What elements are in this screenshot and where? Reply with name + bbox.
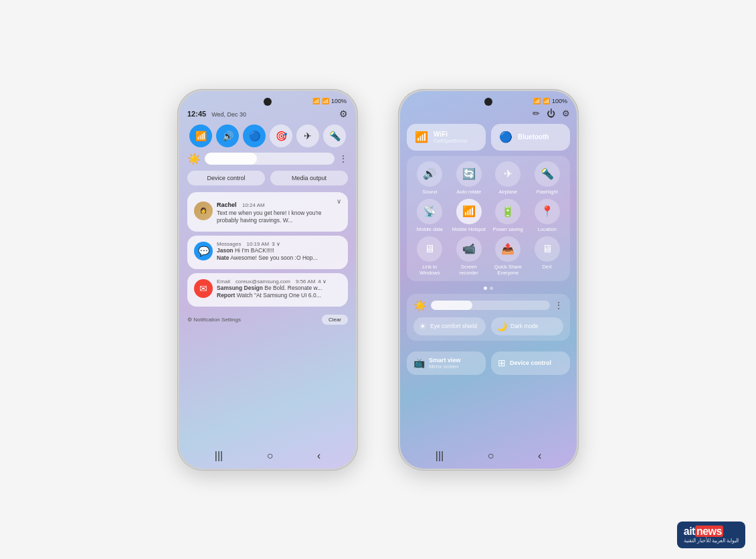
airplane-label: Airplane xyxy=(498,189,517,195)
notification-messages[interactable]: 💬 Messages 10:19 AM 3 ∨ Jason Hi I'm BAC… xyxy=(187,236,348,269)
mobile-data-label: Mobile data xyxy=(417,226,443,232)
power-saving-label: Power saving xyxy=(493,226,523,232)
bluetooth-tile-icon: 🔵 xyxy=(499,131,512,143)
wifi-tile-label: WiFi xyxy=(434,131,468,138)
smart-view-button[interactable]: 📺 Smart view Mirror screen xyxy=(407,351,486,375)
qs-brightness-row: ☀️ ⋮ xyxy=(413,299,563,312)
home-icon[interactable]: ○ xyxy=(267,450,274,462)
screen-recorder-icon: 📹 xyxy=(456,236,482,262)
location-tile[interactable]: 📍 Location xyxy=(530,199,565,232)
p2-back-icon[interactable]: ‹ xyxy=(538,450,541,462)
bluetooth-tile[interactable]: 🔵 Bluetooth xyxy=(491,124,570,151)
mobile-data-tile[interactable]: 📡 Mobile data xyxy=(412,199,448,232)
device-control-button[interactable]: Device control xyxy=(187,171,265,185)
eye-comfort-label: Eye comfort shield xyxy=(430,323,477,329)
notification-panel: 12:45 Wed, Dec 30 ⚙ 📶 🔊 🔵 🎯 ✈ 🔦 ☀️ xyxy=(179,106,356,443)
more-options-icon[interactable]: ⋮ xyxy=(339,153,348,164)
brightness-icon: ☀️ xyxy=(187,153,201,165)
flashlight-tile[interactable]: 🔦 Flashlight xyxy=(530,161,565,195)
location-toggle[interactable]: 🎯 xyxy=(270,125,292,147)
settings-icon[interactable]: ⚙ xyxy=(339,108,348,119)
notification-email[interactable]: ✉ Email coreux@samsung.com 9:56 AM 4 ∨ S… xyxy=(187,273,348,307)
airplane-toggle[interactable]: ✈ xyxy=(296,125,319,147)
clear-button[interactable]: Clear xyxy=(322,315,348,325)
notification-settings-link[interactable]: ⚙ Notification Settings xyxy=(187,317,241,323)
qs-settings-icon[interactable]: ⚙ xyxy=(562,108,570,118)
phone-1-notch xyxy=(264,98,272,106)
smart-view-sublabel: Mirror screen xyxy=(429,364,461,370)
qs-device-control-text: Device control xyxy=(510,360,551,366)
qs-brightness-section: ☀️ ⋮ ☀ Eye comfort shield 🌙 xyxy=(407,294,570,341)
qs-brightness-icon: ☀️ xyxy=(413,299,427,312)
expand-icon[interactable]: ∨ xyxy=(337,197,341,205)
dex-icon: 🖥 xyxy=(535,236,560,262)
smart-view-text: Smart view Mirror screen xyxy=(429,357,461,370)
power-saving-tile[interactable]: 🔋 Power saving xyxy=(490,199,526,232)
back-icon[interactable]: ‹ xyxy=(317,450,320,462)
p2-signal-icon: 📶 xyxy=(543,98,550,104)
link-windows-icon: 🖥 xyxy=(417,236,442,262)
aitnews-arabic-text: البوابة العربية للأخبار التقنية xyxy=(684,538,739,544)
qs-more-options[interactable]: ⋮ xyxy=(554,300,563,311)
power-icon[interactable]: ⏻ xyxy=(547,108,555,118)
qs-top-tiles-row: 📶 WiFi CellSpot5GHz 🔵 Bluetooth xyxy=(407,124,570,151)
quick-share-icon: 📤 xyxy=(495,236,521,262)
sound-toggle[interactable]: 🔊 xyxy=(216,125,239,147)
sound-tile[interactable]: 🔊 Sound xyxy=(412,161,448,195)
screen-recorder-tile[interactable]: 📹 Screen recorder xyxy=(452,236,487,276)
mobile-data-icon: 📡 xyxy=(417,199,442,224)
qs-device-control-button[interactable]: ⊞ Device control xyxy=(491,351,570,375)
brightness-fill xyxy=(205,153,257,165)
phone-1: 📶 📶 100% 12:45 Wed, Dec 30 ⚙ 📶 🔊 xyxy=(177,89,358,471)
email-app-address: coreux@samsung.com xyxy=(235,278,290,285)
qs-header: ✏ ⏻ ⚙ xyxy=(407,106,570,124)
notif-rachel-content: Rachel 10:24 AM Text me when you get her… xyxy=(217,197,333,224)
media-output-button[interactable]: Media output xyxy=(270,171,348,185)
hotspot-tile[interactable]: 📶 Mobile Hotspot xyxy=(452,199,487,232)
flashlight-icon: 🔦 xyxy=(535,161,560,187)
messages-badge: 3 ∨ xyxy=(272,241,280,247)
wifi-icon: 📶 xyxy=(312,98,320,104)
notif-header: 12:45 Wed, Dec 30 ⚙ xyxy=(187,106,348,125)
control-buttons-row: Device control Media output xyxy=(187,171,348,185)
bluetooth-toggle[interactable]: 🔵 xyxy=(243,125,266,147)
p2-home-icon[interactable]: ○ xyxy=(488,450,494,462)
p2-recent-apps-icon[interactable]: ||| xyxy=(436,450,444,462)
battery-text: 100% xyxy=(331,98,347,104)
wifi-toggle[interactable]: 📶 xyxy=(189,125,212,147)
location-icon: 📍 xyxy=(535,199,560,224)
rachel-name: Rachel xyxy=(217,202,237,208)
qs-brightness-fill xyxy=(431,301,472,310)
email-line1: Samsung Design Be Bold. Resonate w... xyxy=(217,285,341,292)
notification-rachel[interactable]: 👩 Rachel 10:24 AM Text me when you get h… xyxy=(187,192,348,232)
quick-share-label: Quick Share Everyone xyxy=(490,264,526,276)
flashlight-toggle[interactable]: 🔦 xyxy=(323,125,346,147)
email-line2: Report Watch "At Samsung One UI 6.0... xyxy=(217,292,341,299)
p2-wifi-icon: 📶 xyxy=(533,98,541,104)
sound-tile-label: Sound xyxy=(422,189,437,195)
qs-brightness-bar[interactable] xyxy=(431,301,550,310)
clock-display: 12:45 xyxy=(187,110,206,118)
dex-tile[interactable]: 🖥 DeX xyxy=(530,236,565,276)
brightness-bar[interactable] xyxy=(205,153,335,165)
dark-mode-button[interactable]: 🌙 Dark mode xyxy=(491,317,563,335)
auto-rotate-tile[interactable]: 🔄 Auto rotate xyxy=(452,161,487,195)
screen-recorder-label: Screen recorder xyxy=(452,264,487,276)
phone-1-screen: 📶 📶 100% 12:45 Wed, Dec 30 ⚙ 📶 🔊 xyxy=(179,91,356,469)
quick-share-tile[interactable]: 📤 Quick Share Everyone xyxy=(490,236,526,276)
wifi-tile[interactable]: 📶 WiFi CellSpot5GHz xyxy=(407,124,486,151)
qs-device-control-icon: ⊞ xyxy=(498,357,506,368)
recent-apps-icon[interactable]: ||| xyxy=(215,450,223,462)
email-icon: ✉ xyxy=(194,279,213,298)
power-saving-icon: 🔋 xyxy=(495,199,521,224)
link-windows-tile[interactable]: 🖥 Link to Windows xyxy=(412,236,448,276)
edit-icon[interactable]: ✏ xyxy=(533,108,540,118)
eye-comfort-button[interactable]: ☀ Eye comfort shield xyxy=(413,317,486,335)
airplane-tile[interactable]: ✈ Airplane xyxy=(490,161,526,195)
aitnews-logo: aitnews xyxy=(684,526,739,538)
time-date-row: 12:45 Wed, Dec 30 xyxy=(187,110,246,118)
messages-icon: 💬 xyxy=(194,242,213,260)
notif-messages-content: Messages 10:19 AM 3 ∨ Jason Hi I'm BACK!… xyxy=(217,241,341,262)
dot-2 xyxy=(490,287,493,290)
phone-2: 📶 📶 100% ✏ ⏻ ⚙ 📶 WiFi Cell xyxy=(398,89,579,471)
